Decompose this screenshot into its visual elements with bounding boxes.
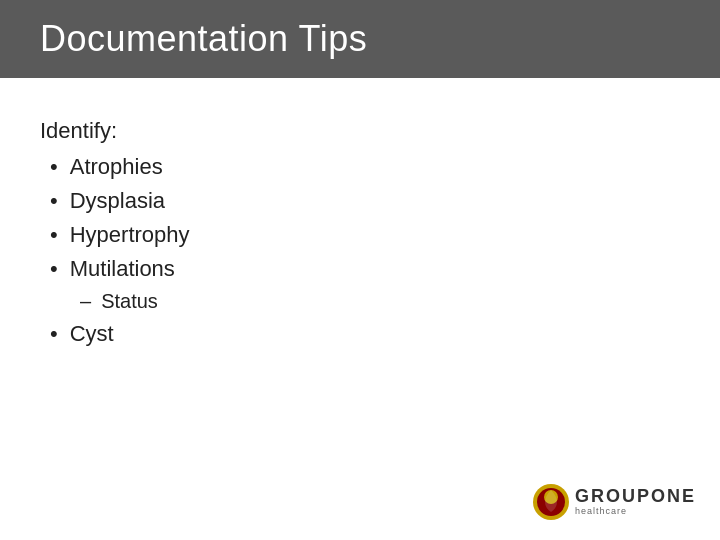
logo-area: GROUPONE healthcare xyxy=(531,482,696,522)
bullet-icon: • xyxy=(50,321,58,347)
logo-text: GROUPONE healthcare xyxy=(575,487,696,517)
main-content: Identify: • Atrophies • Dysplasia • Hype… xyxy=(0,108,720,375)
logo-group: GROUP xyxy=(575,487,651,507)
bullet-icon: • xyxy=(50,222,58,248)
sub-list-item: – Status xyxy=(80,290,680,313)
logo-sub: healthcare xyxy=(575,507,696,517)
logo-icon xyxy=(531,482,571,522)
sub-bullet-list: – Status xyxy=(80,290,680,313)
item-text: Atrophies xyxy=(70,154,163,180)
bullet-icon: • xyxy=(50,256,58,282)
identify-label: Identify: xyxy=(40,118,680,144)
item-text: Mutilations xyxy=(70,256,175,282)
page-title: Documentation Tips xyxy=(40,18,680,60)
item-text: Cyst xyxy=(70,321,114,347)
page-header: Documentation Tips xyxy=(0,0,720,78)
item-text: Hypertrophy xyxy=(70,222,190,248)
list-item: • Atrophies xyxy=(50,154,680,180)
item-text: Dysplasia xyxy=(70,188,165,214)
extra-bullet-list: • Cyst xyxy=(50,321,680,347)
bullet-icon: • xyxy=(50,154,58,180)
bullet-icon: • xyxy=(50,188,58,214)
dash-icon: – xyxy=(80,290,91,313)
logo-one: ONE xyxy=(651,487,696,507)
list-item: • Cyst xyxy=(50,321,680,347)
main-bullet-list: • Atrophies • Dysplasia • Hypertrophy • … xyxy=(50,154,680,282)
list-item: • Dysplasia xyxy=(50,188,680,214)
list-item: • Hypertrophy xyxy=(50,222,680,248)
sub-item-text: Status xyxy=(101,290,158,313)
list-item: • Mutilations xyxy=(50,256,680,282)
